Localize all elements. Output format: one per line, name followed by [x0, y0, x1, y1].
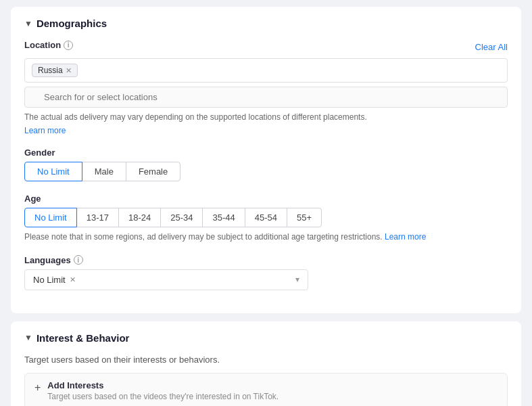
location-tag-russia: Russia ✕ [32, 64, 78, 77]
demographics-header: ▼ Demographics [24, 18, 508, 29]
language-value-area: No Limit ✕ [33, 275, 76, 285]
gender-field: Gender No Limit Male Female [24, 148, 508, 181]
languages-label: Languages i [24, 255, 508, 265]
interest-behavior-subtitle: Target users based on their interests or… [24, 355, 508, 365]
interest-behavior-section: ▼ Interest & Behavior Target users based… [11, 321, 521, 406]
page-wrapper: ▼ Demographics Location i Clear All Russ… [0, 0, 532, 406]
tag-remove-icon[interactable]: ✕ [66, 66, 72, 75]
age-button-group: No Limit 13-17 18-24 25-34 35-44 45-54 5… [24, 208, 508, 227]
gender-no-limit-button[interactable]: No Limit [24, 162, 82, 181]
age-no-limit-button[interactable]: No Limit [24, 208, 77, 227]
interest-behavior-header: ▼ Interest & Behavior [24, 332, 508, 344]
language-no-limit-tag: No Limit [33, 275, 66, 285]
demographics-chevron-icon[interactable]: ▼ [24, 19, 32, 28]
languages-info-icon[interactable]: i [74, 255, 83, 265]
interest-behavior-title: Interest & Behavior [37, 332, 130, 344]
age-label: Age [24, 194, 508, 204]
languages-field: Languages i No Limit ✕ ▾ [24, 255, 508, 290]
location-info-icon[interactable]: i [64, 41, 73, 50]
gender-button-group: No Limit Male Female [24, 162, 508, 181]
location-search-wrapper: 🔍 [24, 87, 508, 108]
clear-all-button[interactable]: Clear All [475, 42, 508, 52]
add-interests-description: Target users based on the videos they're… [47, 392, 279, 401]
location-field: Location i Clear All Russia ✕ 🔍 The actu… [24, 40, 508, 135]
add-interests-content: Add Interests Target users based on the … [47, 380, 279, 401]
age-learn-more-link[interactable]: Learn more [385, 232, 426, 242]
demographics-section: ▼ Demographics Location i Clear All Russ… [11, 7, 521, 313]
age-55-plus-button[interactable]: 55+ [287, 208, 322, 227]
gender-female-button[interactable]: Female [126, 162, 180, 181]
age-25-34-button[interactable]: 25-34 [160, 208, 203, 227]
location-search-input[interactable] [24, 87, 508, 108]
age-field: Age No Limit 13-17 18-24 25-34 35-44 45-… [24, 194, 508, 243]
language-remove-icon[interactable]: ✕ [70, 275, 76, 284]
tag-label: Russia [38, 66, 63, 75]
gender-male-button[interactable]: Male [82, 162, 126, 181]
plus-icon: + [34, 382, 41, 394]
location-label: Location i [24, 40, 73, 50]
location-helper-text: The actual ads delivery may vary dependi… [24, 112, 508, 123]
location-tags-box: Russia ✕ [24, 58, 508, 83]
location-row: Location i Clear All [24, 40, 508, 54]
demographics-title: Demographics [37, 18, 107, 29]
gender-label: Gender [24, 148, 508, 158]
add-interests-title: Add Interests [47, 380, 279, 390]
age-13-17-button[interactable]: 13-17 [76, 208, 119, 227]
age-18-24-button[interactable]: 18-24 [118, 208, 161, 227]
languages-dropdown[interactable]: No Limit ✕ ▾ [24, 269, 308, 290]
add-interests-box[interactable]: + Add Interests Target users based on th… [24, 373, 508, 406]
age-35-44-button[interactable]: 35-44 [202, 208, 245, 227]
age-note: Please note that in some regions, ad del… [24, 231, 508, 243]
age-45-54-button[interactable]: 45-54 [245, 208, 287, 227]
interest-chevron-icon[interactable]: ▼ [24, 333, 32, 342]
language-chevron-down-icon: ▾ [295, 275, 299, 284]
location-learn-more-link[interactable]: Learn more [24, 126, 66, 135]
